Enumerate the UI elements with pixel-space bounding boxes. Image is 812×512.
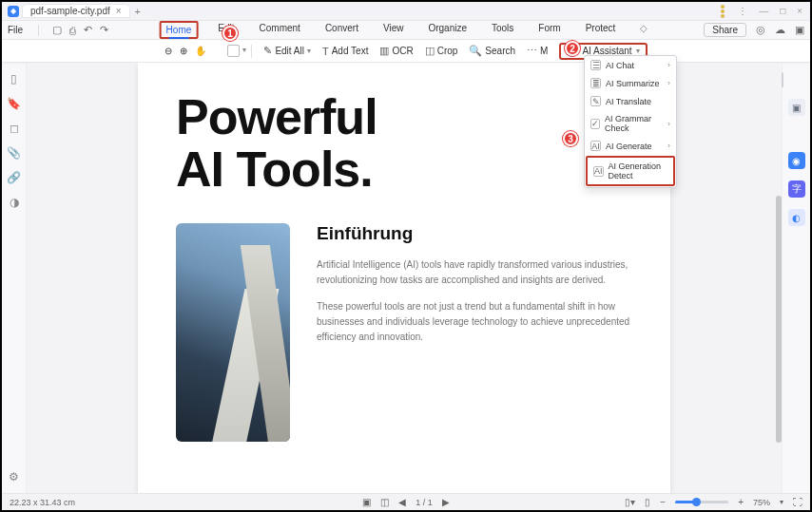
color-picker[interactable]	[227, 45, 240, 57]
page-indicator[interactable]: 1 / 1	[416, 498, 433, 507]
scrollbar-thumb[interactable]	[776, 196, 782, 443]
ai-translate-panel-icon[interactable]: 字	[788, 180, 805, 198]
zoom-slider[interactable]	[675, 501, 728, 503]
chevron-right-icon: ›	[667, 142, 670, 150]
tab-title: pdf-sample-city.pdf	[30, 6, 110, 16]
chevron-right-icon: ›	[667, 61, 670, 69]
zoom-in-status-icon[interactable]: +	[738, 497, 744, 507]
ai-chat-item[interactable]: ☰AI Chat›	[585, 56, 676, 74]
account-icon[interactable]: ◎	[756, 24, 765, 36]
thumbnails-icon[interactable]: ▯	[10, 72, 17, 85]
ribbon-convert[interactable]: Convert	[320, 21, 363, 39]
prev-page-icon[interactable]: ◀	[398, 497, 406, 507]
ocr-button[interactable]: ▥OCR	[379, 45, 413, 57]
attachments-icon[interactable]: 📎	[7, 146, 21, 160]
section-heading: Einführung	[317, 223, 632, 244]
ribbon-comment[interactable]: Comment	[255, 21, 305, 39]
annotation-2: 2	[565, 41, 580, 56]
traffic-lights-icon[interactable]	[721, 9, 725, 13]
print-icon[interactable]: ⎙	[69, 25, 76, 36]
undo-icon[interactable]: ↶	[84, 24, 92, 36]
close-window-button[interactable]: ×	[795, 6, 804, 16]
settings-icon[interactable]: ⚙	[9, 470, 19, 484]
zoom-level[interactable]: 75%	[753, 498, 770, 507]
summarize-icon: ≣	[590, 78, 601, 88]
ai-assistant-dropdown: ☰AI Chat› ≣AI Summarize› ✎AI Translate ✓…	[584, 55, 677, 188]
right-sidebar: ▣ ◉ 字 ◐	[782, 63, 810, 493]
document-tab[interactable]: pdf-sample-city.pdf ×	[23, 5, 129, 17]
ribbon-tools[interactable]: Tools	[487, 21, 518, 39]
close-tab-icon[interactable]: ×	[116, 6, 122, 16]
ai-detect-panel-icon[interactable]: ◐	[788, 209, 805, 226]
search-icon: 🔍	[469, 45, 482, 57]
pencil-icon: ✎	[263, 45, 272, 57]
new-tab-button[interactable]: +	[135, 6, 141, 17]
ribbon-protect[interactable]: Protect	[581, 21, 621, 39]
fit-page-icon[interactable]: ▯▾	[625, 497, 635, 507]
minimize-button[interactable]: —	[757, 6, 770, 16]
page-dimensions: 22.23 x 31.43 cm	[10, 498, 75, 507]
status-bar: 22.23 x 31.43 cm ▣ ◫ ◀ 1 / 1 ▶ ▯▾ ▯ − + …	[2, 493, 810, 510]
text-icon: T	[322, 46, 329, 57]
next-page-icon[interactable]: ▶	[442, 497, 450, 507]
file-menu[interactable]: File	[8, 25, 23, 35]
ai-generation-detect-item[interactable]: AIAI Generation Detect	[586, 156, 675, 186]
chat-icon: ☰	[590, 60, 601, 70]
app-logo-icon: ◆	[8, 6, 19, 17]
window-settings-icon[interactable]: ⋮	[736, 6, 749, 16]
ai-chat-panel-icon[interactable]: ◉	[788, 152, 805, 169]
cloud-icon[interactable]: ☁	[775, 24, 785, 36]
toolbar: ⊖ ⊕ ✋ ✎Edit All▾ TAdd Text ▥OCR ◫Crop 🔍S…	[2, 40, 810, 63]
links-icon[interactable]: 🔗	[7, 171, 21, 184]
ribbon-view[interactable]: View	[378, 21, 409, 39]
more-icon: ⋯	[527, 45, 537, 57]
ai-grammar-item[interactable]: ✓AI Grammar Check›	[585, 110, 676, 137]
ribbon-organize[interactable]: Organize	[423, 21, 472, 39]
ai-translate-item[interactable]: ✎AI Translate	[585, 92, 676, 110]
body-paragraph: These powerful tools are not just a tren…	[317, 299, 632, 345]
view-mode-icon[interactable]: ▣	[362, 497, 371, 507]
format-panel-icon[interactable]: ▣	[788, 99, 805, 116]
vertical-scrollbar[interactable]	[776, 82, 782, 472]
edit-all-button[interactable]: ✎Edit All▾	[263, 45, 311, 57]
ribbon-lightbulb-icon[interactable]: ◇	[635, 21, 652, 39]
ribbon-form[interactable]: Form	[533, 21, 565, 39]
ai-generate-item[interactable]: AIAI Generate›	[585, 137, 676, 155]
translate-icon: ✎	[590, 96, 601, 106]
chevron-down-icon: ▾	[636, 47, 640, 55]
add-text-button[interactable]: TAdd Text	[322, 46, 368, 57]
more-button[interactable]: ⋯M	[527, 45, 548, 57]
maximize-button[interactable]: □	[778, 6, 787, 16]
open-icon[interactable]: ▢	[52, 24, 62, 36]
grammar-icon: ✓	[590, 119, 600, 129]
annotation-1: 1	[222, 26, 238, 41]
collapse-ribbon-icon[interactable]: ▣	[795, 24, 804, 36]
title-bar: ◆ pdf-sample-city.pdf × + ⋮ — □ ×	[2, 2, 810, 21]
menu-bar: File ▢ ⎙ ↶ ↷ Home Edit Comment Convert V…	[2, 21, 810, 40]
hand-tool-icon[interactable]: ✋	[195, 46, 206, 56]
crop-icon: ◫	[425, 45, 435, 57]
layers-icon[interactable]: ◑	[10, 196, 19, 209]
search-button[interactable]: 🔍Search	[469, 45, 515, 57]
annotation-3: 3	[563, 131, 578, 146]
body-paragraph: Artificial Intelligence (AI) tools have …	[317, 257, 632, 288]
chevron-right-icon: ›	[667, 79, 670, 87]
zoom-out-status-icon[interactable]: −	[660, 497, 666, 507]
single-page-icon[interactable]: ▯	[645, 497, 650, 507]
bookmarks-icon[interactable]: 🔖	[7, 97, 21, 110]
zoom-out-icon[interactable]: ⊖	[164, 46, 172, 56]
reading-mode-icon[interactable]: ◫	[380, 497, 389, 507]
crop-button[interactable]: ◫Crop	[425, 45, 458, 57]
generate-icon: AI	[590, 141, 601, 151]
left-sidebar: ▯ 🔖 ◻ 📎 🔗 ◑ ⚙	[2, 63, 27, 493]
doc-image	[176, 223, 290, 442]
ribbon-home[interactable]: Home	[160, 21, 199, 39]
share-button[interactable]: Share	[704, 23, 746, 37]
outline-icon[interactable]: ◻	[10, 122, 19, 135]
ai-summarize-item[interactable]: ≣AI Summarize›	[585, 74, 676, 92]
redo-icon[interactable]: ↷	[100, 24, 108, 36]
chevron-right-icon: ›	[667, 120, 670, 128]
zoom-in-icon[interactable]: ⊕	[180, 46, 187, 56]
ocr-icon: ▥	[379, 45, 389, 57]
fullscreen-icon[interactable]: ⛶	[793, 497, 802, 507]
